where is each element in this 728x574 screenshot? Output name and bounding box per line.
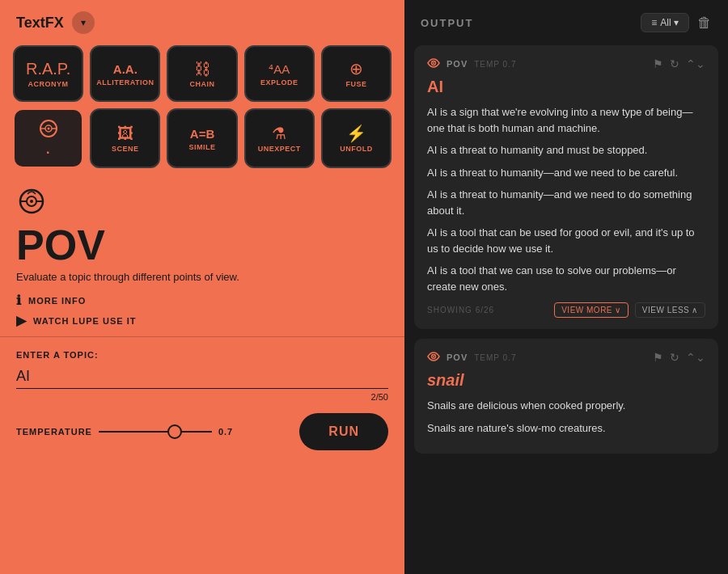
more-info-link[interactable]: ℹ MORE INFO bbox=[16, 293, 388, 308]
result-actions-1: ⚑ ↻ ⌃⌄ bbox=[653, 57, 705, 70]
tool-grid: R.A.P. ACRONYM A.A. ALLITERATION ⛓ CHAIN… bbox=[0, 45, 404, 176]
output-controls: ≡ All ▾ 🗑 bbox=[641, 13, 712, 32]
result-card-header-1: POV TEMP 0.7 ⚑ ↻ ⌃⌄ bbox=[427, 57, 705, 71]
pov-links: ℹ MORE INFO ▶ WATCH LUPE USE IT bbox=[16, 293, 388, 328]
tool-card-chain[interactable]: ⛓ CHAIN bbox=[167, 45, 237, 102]
run-button[interactable]: RUN bbox=[299, 413, 388, 450]
tool-card-unfold[interactable]: ⚡ UNFOLD bbox=[321, 108, 392, 168]
app-dropdown-button[interactable]: ▾ bbox=[72, 11, 95, 34]
result-card-ai: POV TEMP 0.7 ⚑ ↻ ⌃⌄ AI AI is a sign that… bbox=[414, 45, 718, 329]
result-item-1-3: AI is a threat to humanity—and we need t… bbox=[427, 165, 705, 181]
svg-point-11 bbox=[433, 62, 434, 64]
flag-icon-1[interactable]: ⚑ bbox=[653, 57, 663, 70]
tool-card-acronym[interactable]: R.A.P. ACRONYM bbox=[13, 45, 83, 102]
view-less-button-1[interactable]: VIEW LESS ∧ bbox=[635, 302, 705, 318]
fuse-label: FUSE bbox=[345, 80, 366, 88]
alliteration-label: ALLITERATION bbox=[96, 78, 154, 87]
footer-buttons-1: VIEW MORE ∨ VIEW LESS ∧ bbox=[554, 302, 705, 318]
right-panel: OUTPUT ≡ All ▾ 🗑 bbox=[404, 0, 728, 574]
scene-label: SCENE bbox=[112, 145, 139, 153]
result-item-1-6: AI is a tool that we can use to solve ou… bbox=[427, 263, 705, 294]
all-label: All ▾ bbox=[660, 17, 679, 28]
app-title: TextFX bbox=[16, 15, 64, 32]
scene-icon: 🖼 bbox=[117, 125, 133, 141]
topic-input-label: ENTER A TOPIC: bbox=[16, 350, 388, 360]
result-topic-1: AI bbox=[427, 78, 705, 96]
showing-label-1: SHOWING 6/26 bbox=[427, 306, 494, 314]
output-header: OUTPUT ≡ All ▾ 🗑 bbox=[404, 0, 728, 45]
temperature-control: TEMPERATURE 0.7 bbox=[16, 427, 233, 437]
unfold-label: UNFOLD bbox=[340, 145, 373, 153]
tool-card-unexpect[interactable]: ⚗ UNEXPECT bbox=[244, 108, 315, 168]
expand-icon-2[interactable]: ⌃⌄ bbox=[686, 351, 705, 364]
result-eye-icon-2 bbox=[427, 350, 440, 365]
fuse-icon: ⊕ bbox=[349, 61, 363, 77]
topic-input[interactable] bbox=[16, 365, 388, 389]
result-type-2: POV bbox=[447, 352, 468, 362]
explode-icon: ⁴AA bbox=[269, 63, 290, 75]
result-item-1-2: AI is a threat to humanity and must be s… bbox=[427, 142, 705, 158]
result-temp-1: TEMP 0.7 bbox=[474, 60, 516, 69]
temperature-value: 0.7 bbox=[218, 427, 233, 437]
tool-card-alliteration[interactable]: A.A. ALLITERATION bbox=[90, 45, 160, 102]
tool-card-explode[interactable]: ⁴AA EXPLODE bbox=[244, 45, 315, 102]
pov-description: Evaluate a topic through different point… bbox=[16, 271, 388, 283]
svg-point-2 bbox=[47, 128, 49, 130]
refresh-icon-2[interactable]: ↻ bbox=[670, 351, 679, 364]
result-actions-2: ⚑ ↻ ⌃⌄ bbox=[653, 351, 705, 364]
result-card-snail: POV TEMP 0.7 ⚑ ↻ ⌃⌄ snail Snails are del… bbox=[414, 339, 718, 454]
result-type-1: POV bbox=[447, 59, 468, 69]
refresh-icon-1[interactable]: ↻ bbox=[670, 57, 679, 70]
play-icon: ▶ bbox=[16, 313, 27, 328]
result-topic-2: snail bbox=[427, 371, 705, 390]
input-section: ENTER A TOPIC: 2/50 TEMPERATURE 0.7 RUN bbox=[0, 337, 404, 574]
tool-card-pov[interactable]: · bbox=[13, 108, 83, 168]
watch-label: WATCH LUPE USE IT bbox=[33, 316, 136, 326]
flag-icon-2[interactable]: ⚑ bbox=[653, 351, 663, 364]
watch-link[interactable]: ▶ WATCH LUPE USE IT bbox=[16, 313, 388, 328]
more-info-label: MORE INFO bbox=[28, 296, 86, 306]
left-panel: TextFX ▾ R.A.P. ACRONYM A.A. ALLITERATIO… bbox=[0, 0, 404, 574]
temperature-slider[interactable] bbox=[99, 431, 212, 433]
tool-card-simile[interactable]: A=B SIMILE bbox=[167, 108, 237, 168]
result-item-1-1: AI is a sign that we're evolving into a … bbox=[427, 104, 705, 136]
expand-icon-1[interactable]: ⌃⌄ bbox=[686, 57, 705, 70]
chain-icon: ⛓ bbox=[194, 61, 210, 77]
pov-large-icon bbox=[16, 186, 388, 222]
tool-card-fuse[interactable]: ⊕ FUSE bbox=[321, 45, 392, 102]
tool-card-scene[interactable]: 🖼 SCENE bbox=[90, 108, 160, 168]
output-scroll: POV TEMP 0.7 ⚑ ↻ ⌃⌄ AI AI is a sign that… bbox=[404, 45, 728, 574]
result-eye-icon-1 bbox=[427, 57, 440, 71]
result-footer-1: SHOWING 6/26 VIEW MORE ∨ VIEW LESS ∧ bbox=[427, 302, 705, 318]
output-title: OUTPUT bbox=[421, 17, 473, 29]
acronym-label: ACRONYM bbox=[28, 80, 69, 88]
pov-grid-dot: · bbox=[46, 146, 50, 160]
filter-icon: ≡ bbox=[651, 17, 657, 28]
result-item-1-5: AI is a tool that can be used for good o… bbox=[427, 225, 705, 256]
svg-point-7 bbox=[30, 200, 33, 203]
acronym-icon: R.A.P. bbox=[26, 61, 70, 77]
pov-grid-icon bbox=[38, 118, 59, 142]
trash-button[interactable]: 🗑 bbox=[697, 15, 712, 32]
bottom-controls: TEMPERATURE 0.7 RUN bbox=[16, 413, 388, 450]
svg-point-13 bbox=[433, 356, 434, 357]
unexpect-icon: ⚗ bbox=[272, 125, 286, 141]
explode-label: EXPLODE bbox=[260, 78, 298, 87]
char-count: 2/50 bbox=[16, 392, 388, 402]
result-item-2-1: Snails are delicious when cooked properl… bbox=[427, 398, 705, 414]
chain-label: CHAIN bbox=[190, 80, 215, 88]
result-meta-1: POV TEMP 0.7 bbox=[427, 57, 517, 71]
view-more-button-1[interactable]: VIEW MORE ∨ bbox=[554, 302, 629, 318]
all-filter-button[interactable]: ≡ All ▾ bbox=[641, 13, 689, 32]
simile-label: SIMILE bbox=[189, 143, 216, 151]
pov-title: POV bbox=[16, 224, 388, 266]
unfold-icon: ⚡ bbox=[346, 125, 366, 141]
unexpect-label: UNEXPECT bbox=[258, 145, 301, 153]
temperature-label: TEMPERATURE bbox=[16, 427, 92, 437]
app-header: TextFX ▾ bbox=[0, 0, 404, 45]
pov-section: POV Evaluate a topic through different p… bbox=[0, 176, 404, 336]
result-meta-2: POV TEMP 0.7 bbox=[427, 350, 517, 365]
result-item-2-2: Snails are nature's slow-mo creatures. bbox=[427, 420, 705, 437]
result-item-1-4: AI is a threat to humanity—and we need t… bbox=[427, 187, 705, 218]
result-card-header-2: POV TEMP 0.7 ⚑ ↻ ⌃⌄ bbox=[427, 350, 705, 365]
